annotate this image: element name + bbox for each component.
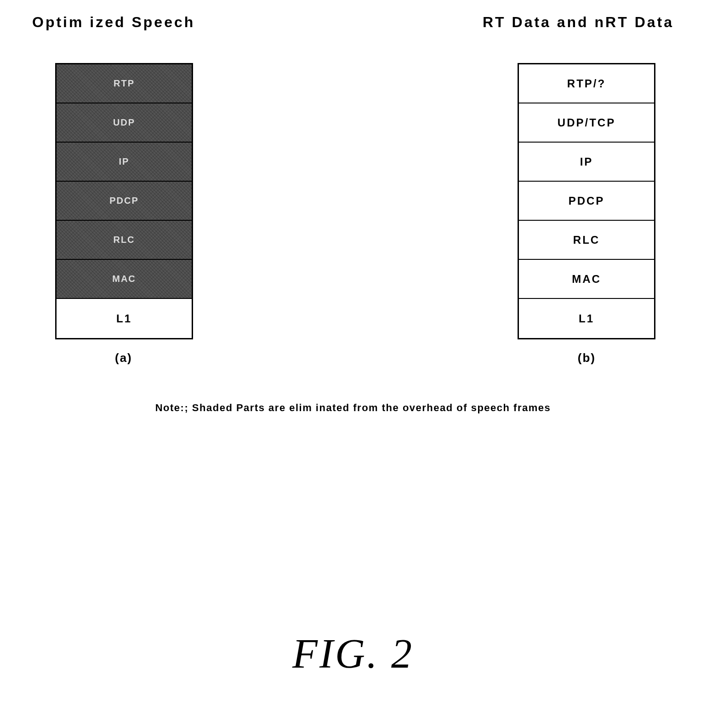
layer-mac: MAC <box>57 260 192 299</box>
layer-mac: MAC <box>519 260 654 299</box>
layer-rtp: RTP <box>57 64 192 103</box>
titles-row: Optim ized Speech RT Data and nRT Data <box>0 0 706 31</box>
layer-pdcp: PDCP <box>57 182 192 221</box>
layer-l1: L1 <box>519 299 654 338</box>
layer-ip: IP <box>519 143 654 182</box>
layer-rlc: RLC <box>57 221 192 260</box>
layer-rlc: RLC <box>519 221 654 260</box>
stack-b-label: (b) <box>578 351 596 365</box>
stack-b: RTP/? UDP/TCP IP PDCP RLC MAC L1 <box>518 63 655 339</box>
layer-udptcp: UDP/TCP <box>519 103 654 143</box>
stacks-container: RTP UDP IP PDCP RLC MAC L1 RTP/? UDP/TCP… <box>0 31 706 339</box>
layer-pdcp: PDCP <box>519 182 654 221</box>
stack-a-label: (a) <box>115 351 132 365</box>
sub-labels: (a) (b) <box>0 339 706 365</box>
stack-a: RTP UDP IP PDCP RLC MAC L1 <box>55 63 193 339</box>
layer-udp: UDP <box>57 103 192 143</box>
title-left: Optim ized Speech <box>32 14 195 31</box>
layer-rtp: RTP/? <box>519 64 654 103</box>
layer-ip: IP <box>57 143 192 182</box>
figure-label: FIG. 2 <box>0 630 706 677</box>
title-right: RT Data and nRT Data <box>483 14 674 31</box>
note-text: Note:; Shaded Parts are elim inated from… <box>0 402 706 414</box>
layer-l1: L1 <box>57 299 192 338</box>
